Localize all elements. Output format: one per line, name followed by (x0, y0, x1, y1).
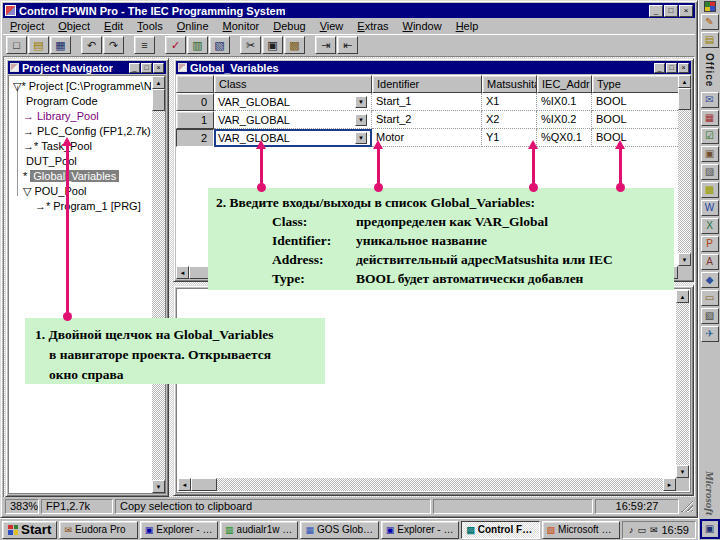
cell-identifier[interactable]: Motor (372, 129, 482, 147)
save-button[interactable]: ▦ (50, 36, 71, 54)
header-matsushita[interactable]: Matsushita (482, 75, 537, 93)
global-variables-button[interactable]: ▥ (187, 36, 208, 54)
dropdown-icon[interactable]: ▼ (355, 132, 367, 144)
cell-identifier[interactable]: Start_2 (372, 111, 482, 129)
access-button[interactable]: A (701, 254, 719, 270)
task-explorer-2[interactable]: ▣Explorer - ..W... (381, 521, 459, 539)
office-open-document-button[interactable]: ▤ (701, 32, 719, 48)
menu-debug[interactable]: Debug (266, 19, 312, 33)
check-pou-button[interactable]: ✓ (165, 36, 186, 54)
mail-notify-icon[interactable]: ✉ (650, 525, 658, 535)
tree-item-dut-pool[interactable]: DUT_Pool (13, 154, 151, 169)
word-button[interactable]: W (701, 200, 719, 216)
resize-grip[interactable] (681, 500, 693, 512)
header-class[interactable]: Class (214, 75, 372, 93)
task-control-fpwin[interactable]: ▤Control FP... (461, 521, 539, 539)
redo-button[interactable]: ↷ (103, 36, 124, 54)
indent-button[interactable]: ⇥ (315, 36, 336, 54)
menu-project[interactable]: Project (3, 19, 51, 33)
office-bar-menu-icon[interactable] (704, 1, 716, 12)
header-iec-addr[interactable]: IEC_Addr (537, 75, 592, 93)
gv-vertical-scrollbar[interactable]: ▲ ▼ (678, 75, 691, 266)
outlook-button[interactable]: ▭ (701, 290, 719, 306)
paste-button[interactable]: ▩ (284, 36, 305, 54)
menu-online[interactable]: Online (170, 19, 216, 33)
row-number[interactable]: 0 (176, 93, 214, 111)
scroll-up-icon[interactable]: ▲ (676, 290, 689, 303)
scroll-right-icon[interactable]: ► (663, 478, 676, 491)
scrollbar-thumb[interactable] (678, 88, 691, 110)
new-button[interactable]: □ (6, 36, 27, 54)
scrollbar-track[interactable] (217, 478, 663, 491)
office-bar-restore-button[interactable]: ▣ (700, 519, 720, 539)
cell-identifier[interactable]: Start_1 (372, 93, 482, 111)
row-number[interactable]: 2 (176, 129, 214, 147)
scroll-up-icon[interactable]: ▲ (678, 75, 691, 88)
menu-view[interactable]: View (313, 19, 351, 33)
menu-window[interactable]: Window (396, 19, 449, 33)
undo-button[interactable]: ↶ (81, 36, 102, 54)
outdent-button[interactable]: ⇤ (337, 36, 358, 54)
tree-item-plc-config[interactable]: →PLC_Config (FP1,2.7k) (13, 124, 151, 139)
scrollbar-thumb[interactable] (191, 478, 217, 491)
tree-item-program-1[interactable]: →*Program_1 [PRG] (13, 199, 151, 214)
task-gos-global[interactable]: ▦GOS Global Pr... (300, 521, 378, 539)
scrollbar-track[interactable] (678, 110, 691, 253)
tree-item-program-code[interactable]: Program Code (13, 94, 151, 109)
tree-item-task-pool[interactable]: →*Task_Pool (13, 139, 151, 154)
cut-button[interactable]: ✂ (240, 36, 261, 54)
menu-object[interactable]: Object (51, 19, 97, 33)
volume-icon[interactable]: ♪ (629, 525, 634, 535)
navigator-restore-button[interactable]: □ (141, 63, 152, 73)
new-message-button[interactable]: ✉ (701, 92, 719, 108)
cell-type[interactable]: BOOL (592, 129, 678, 147)
powerpoint-button[interactable]: P (701, 236, 719, 252)
start-button[interactable]: Start (2, 521, 57, 539)
scroll-left-icon[interactable]: ◄ (176, 266, 189, 279)
tree-item-pou-pool[interactable]: ▽POU_Pool (13, 184, 151, 199)
close-button[interactable]: × (679, 5, 693, 17)
pou-navigator-button[interactable]: ≡ (134, 36, 155, 54)
new-task-button[interactable]: ☑ (701, 128, 719, 144)
cell-type[interactable]: BOOL (592, 111, 678, 129)
local-variables-button[interactable]: ▧ (209, 36, 230, 54)
cell-matsushita[interactable]: X2 (482, 111, 537, 129)
cell-class[interactable]: VAR_GLOBAL▼ (214, 93, 372, 111)
scroll-down-icon[interactable]: ▼ (152, 480, 165, 493)
cell-matsushita[interactable]: X1 (482, 93, 537, 111)
publisher-button[interactable]: ◆ (701, 272, 719, 288)
menu-monitor[interactable]: Monitor (216, 19, 267, 33)
new-journal-button[interactable]: ▨ (701, 164, 719, 180)
bookshelf-button[interactable]: ▧ (701, 308, 719, 324)
dropdown-icon[interactable]: ▼ (355, 114, 367, 126)
header-identifier[interactable]: Identifier (372, 75, 482, 93)
tree-item-project[interactable]: ▽*Project [C:\Programme\NAiS Cont (13, 79, 151, 94)
task-eudora[interactable]: ✉Eudora Pro (59, 521, 137, 539)
open-button[interactable]: ▤ (28, 36, 49, 54)
task-explorer-1[interactable]: ▣Explorer - C:\E... (140, 521, 218, 539)
menu-help[interactable]: Help (449, 19, 486, 33)
menu-extras[interactable]: Extras (350, 19, 395, 33)
scrollbar-track[interactable] (152, 111, 165, 480)
dropdown-icon[interactable]: ▼ (355, 96, 367, 108)
cell-iec-addr[interactable]: %QX0.1 (537, 129, 592, 147)
cell-class[interactable]: VAR_GLOBAL▼ (214, 129, 372, 147)
navigator-minimize-button[interactable]: _ (129, 63, 140, 73)
scroll-down-icon[interactable]: ▼ (678, 253, 691, 266)
cell-iec-addr[interactable]: %IX0.2 (537, 111, 592, 129)
scroll-up-icon[interactable]: ▲ (152, 76, 165, 89)
scroll-left-icon[interactable]: ◄ (178, 478, 191, 491)
office-new-document-button[interactable]: ✎ (701, 14, 719, 30)
scroll-down-icon[interactable]: ▼ (676, 465, 689, 478)
gv-minimize-button[interactable]: _ (654, 63, 665, 73)
settings-button[interactable]: ✈ (701, 326, 719, 342)
restore-button[interactable]: □ (664, 5, 678, 17)
gv-close-button[interactable]: × (678, 63, 689, 73)
row-number[interactable]: 1 (176, 111, 214, 129)
new-note-button[interactable]: ▩ (701, 182, 719, 198)
cell-iec-addr[interactable]: %IX0.1 (537, 93, 592, 111)
display-icon[interactable]: ▭ (637, 525, 646, 535)
navigator-scrollbar[interactable]: ▲ ▼ (152, 76, 165, 493)
copy-button[interactable]: ▣ (262, 36, 283, 54)
cell-type[interactable]: BOOL (592, 93, 678, 111)
